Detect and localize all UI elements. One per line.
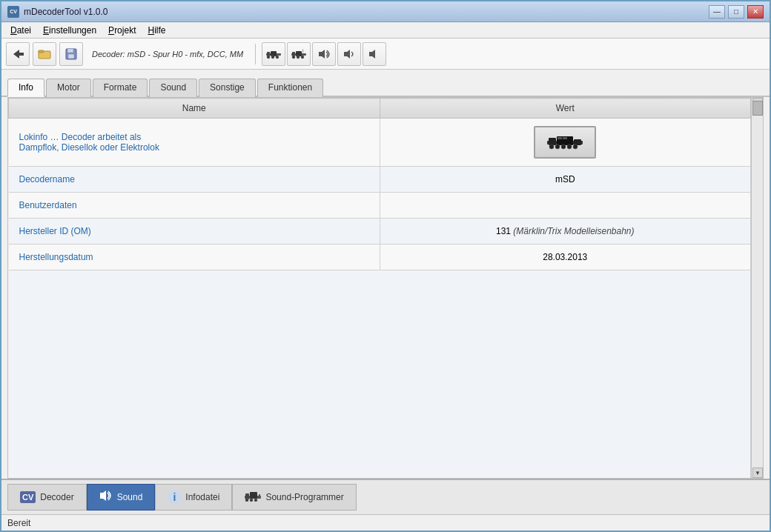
svg-point-14 bbox=[292, 56, 295, 59]
bottom-bar: CV Decoder Sound i Infodatei bbox=[1, 479, 770, 514]
svg-rect-3 bbox=[67, 49, 73, 53]
minimize-button[interactable]: — bbox=[709, 5, 725, 19]
svg-point-37 bbox=[250, 499, 253, 502]
toolbar-sound-btn-1[interactable] bbox=[312, 42, 336, 66]
toolbar-train-btn-1[interactable] bbox=[262, 42, 285, 66]
svg-point-10 bbox=[276, 56, 279, 59]
bottom-btn-sound-programmer[interactable]: Sound-Programmer bbox=[232, 484, 356, 511]
svg-point-36 bbox=[245, 499, 248, 502]
svg-marker-20 bbox=[369, 50, 375, 59]
table-row: Hersteller ID (OM) 131 (Märklin/Trix Mod… bbox=[9, 219, 751, 245]
bottom-btn-infodatei[interactable]: i Infodatei bbox=[155, 484, 232, 511]
svg-rect-4 bbox=[68, 54, 74, 59]
tab-sound[interactable]: Sound bbox=[149, 79, 197, 97]
tab-info[interactable]: Info bbox=[7, 79, 44, 97]
row-decodername-name: Decodername bbox=[9, 167, 380, 193]
scroll-down-btn[interactable]: ▼ bbox=[752, 468, 763, 478]
svg-point-8 bbox=[267, 56, 270, 59]
row-hersteller-name: Hersteller ID (OM) bbox=[9, 219, 380, 245]
svg-point-25 bbox=[549, 144, 554, 149]
menu-datei[interactable]: Datei bbox=[4, 22, 37, 38]
tab-funktionen[interactable]: Funktionen bbox=[257, 79, 323, 97]
window-controls: — □ ✕ bbox=[709, 5, 764, 19]
status-text: Bereit bbox=[7, 518, 30, 528]
col-header-name: Name bbox=[9, 99, 380, 119]
sound-label: Sound bbox=[117, 492, 143, 502]
row-herstellung-name: Herstellungsdatum bbox=[9, 245, 380, 270]
maximize-button[interactable]: □ bbox=[728, 5, 744, 19]
svg-point-15 bbox=[297, 56, 300, 59]
table-row: Decodername mSD bbox=[9, 167, 751, 193]
toolbar-decoder-label: Decoder: mSD - Spur H0 - mfx, DCC, MM bbox=[86, 50, 249, 59]
sound-prog-icon bbox=[245, 490, 261, 505]
toolbar-sound-btn-2[interactable] bbox=[337, 42, 361, 66]
empty-row bbox=[9, 270, 751, 479]
tab-sonstige[interactable]: Sonstige bbox=[199, 79, 256, 97]
svg-rect-31 bbox=[563, 137, 567, 139]
scroll-thumb[interactable] bbox=[752, 101, 763, 116]
close-button[interactable]: ✕ bbox=[747, 5, 764, 19]
svg-point-29 bbox=[573, 144, 578, 149]
menu-bar: Datei Einstellungen Projekt Hilfe bbox=[1, 22, 770, 39]
table-row: Benutzerdaten bbox=[9, 193, 751, 219]
hersteller-italic: (Märklin/Trix Modelleisenbahn) bbox=[513, 226, 634, 236]
sound-programmer-label: Sound-Programmer bbox=[265, 492, 343, 502]
row-benutzerdaten-name: Benutzerdaten bbox=[9, 193, 380, 219]
toolbar-train-btn-2[interactable]: i bbox=[287, 42, 311, 66]
tab-motor[interactable]: Motor bbox=[46, 79, 91, 97]
empty-cell bbox=[9, 270, 751, 479]
row-decodername-value: mSD bbox=[380, 167, 751, 193]
menu-projekt[interactable]: Projekt bbox=[102, 22, 142, 38]
svg-point-16 bbox=[301, 56, 304, 59]
tab-formate[interactable]: Formate bbox=[93, 79, 148, 97]
svg-rect-1 bbox=[39, 50, 44, 53]
toolbar-sound-btn-3[interactable] bbox=[363, 42, 386, 66]
svg-point-38 bbox=[254, 499, 257, 502]
svg-rect-13 bbox=[296, 51, 302, 56]
svg-marker-19 bbox=[344, 50, 350, 59]
svg-rect-30 bbox=[557, 137, 562, 139]
svg-point-27 bbox=[561, 144, 566, 149]
menu-einstellungen[interactable]: Einstellungen bbox=[37, 22, 102, 38]
bottom-btn-sound[interactable]: Sound bbox=[87, 484, 156, 511]
svg-rect-7 bbox=[271, 51, 277, 56]
decoder-icon: CV bbox=[20, 491, 36, 503]
info-table: Name Wert Lokinfo … Decoder arbeitet als… bbox=[8, 98, 751, 479]
svg-rect-39 bbox=[259, 494, 260, 498]
svg-rect-34 bbox=[245, 493, 249, 499]
app-icon: CV bbox=[7, 6, 19, 18]
status-bar: Bereit bbox=[1, 514, 770, 531]
toolbar: Decoder: mSD - Spur H0 - mfx, DCC, MM bbox=[1, 39, 770, 70]
info-icon: i bbox=[168, 491, 181, 504]
scrollbar[interactable]: ▲ ▼ bbox=[751, 98, 763, 478]
toolbar-btn-folder[interactable] bbox=[33, 42, 56, 66]
title-bar: CV mDecoderTool v1.0.0 — □ ✕ bbox=[1, 1, 770, 22]
toolbar-btn-back[interactable] bbox=[6, 42, 30, 66]
svg-point-9 bbox=[271, 56, 274, 59]
toolbar-separator bbox=[255, 44, 256, 64]
content-area: Info Motor Formate Sound Sonstige Funkti… bbox=[1, 70, 770, 479]
train-type-button[interactable] bbox=[534, 126, 596, 159]
data-table-container: Name Wert Lokinfo … Decoder arbeitet als… bbox=[7, 97, 764, 479]
table-inner: Name Wert Lokinfo … Decoder arbeitet als… bbox=[8, 98, 751, 479]
table-row: Herstellungsdatum 28.03.2013 bbox=[9, 245, 751, 270]
row-lokinfo-value[interactable] bbox=[380, 119, 751, 167]
tab-bar: Info Motor Formate Sound Sonstige Funkti… bbox=[1, 73, 770, 97]
decoder-label: Decoder bbox=[40, 492, 73, 502]
table-row: Lokinfo … Decoder arbeitet als Dampflok,… bbox=[9, 119, 751, 167]
col-header-wert: Wert bbox=[380, 99, 751, 119]
svg-rect-22 bbox=[549, 138, 556, 145]
svg-point-26 bbox=[555, 144, 560, 149]
bottom-btn-decoder[interactable]: CV Decoder bbox=[7, 484, 87, 511]
svg-point-28 bbox=[567, 144, 572, 149]
row-lokinfo-name: Lokinfo … Decoder arbeitet als Dampflok,… bbox=[9, 119, 380, 167]
row-herstellung-value: 28.03.2013 bbox=[380, 245, 751, 270]
row-benutzerdaten-value bbox=[380, 193, 751, 219]
toolbar-btn-save[interactable] bbox=[59, 42, 83, 66]
infodatei-label: Infodatei bbox=[185, 492, 219, 502]
window-title: mDecoderTool v1.0.0 bbox=[24, 7, 709, 17]
svg-marker-18 bbox=[319, 50, 325, 59]
row-hersteller-value: 131 (Märklin/Trix Modelleisenbahn) bbox=[380, 219, 751, 245]
sound-icon bbox=[99, 490, 113, 505]
menu-hilfe[interactable]: Hilfe bbox=[142, 22, 171, 38]
